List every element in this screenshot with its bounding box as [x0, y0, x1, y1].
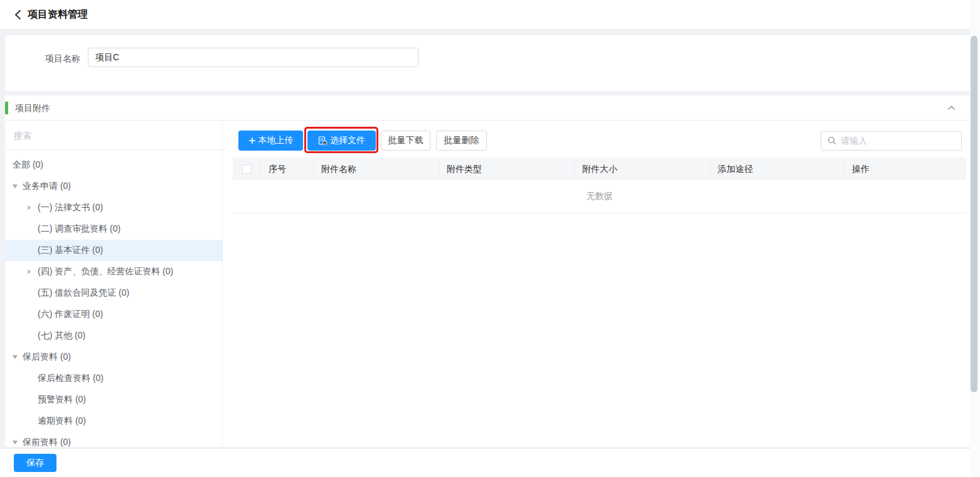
page-scrollbar-thumb[interactable]	[971, 36, 977, 392]
tree-item-label: 保后检查资料 (0)	[38, 373, 104, 384]
save-button[interactable]: 保存	[14, 454, 56, 472]
caret-placeholder	[28, 309, 38, 319]
caret-down-icon[interactable]	[13, 437, 23, 447]
attachments-table: 序号附件名称附件类型附件大小添加途径操作 无数据	[233, 158, 966, 213]
caret-right-icon[interactable]	[28, 267, 38, 277]
tree-search-row	[5, 121, 222, 150]
footer: 保存	[0, 448, 980, 477]
caret-placeholder	[28, 373, 38, 383]
caret-placeholder	[28, 288, 38, 298]
attachments-section-header: 项目附件	[5, 95, 975, 121]
tree-item[interactable]: (一) 法律文书 (0)	[5, 197, 222, 218]
column-header: 添加途径	[710, 162, 844, 176]
tree-item-label: 全部 (0)	[13, 159, 43, 171]
table-header-checkbox-cell	[233, 162, 261, 176]
tree-item[interactable]: (四) 资产、负债、经营佐证资料 (0)	[5, 261, 222, 282]
page-scrollbar-track	[970, 0, 980, 477]
table-header: 序号附件名称附件类型附件大小添加途径操作	[233, 158, 966, 180]
toolbar: 本地上传 选择文件	[223, 131, 975, 151]
caret-placeholder	[28, 416, 38, 426]
tree-item-label: (二) 调查审批资料 (0)	[38, 223, 120, 235]
project-name-label: 项目名称	[18, 53, 80, 65]
tree-item[interactable]: 保前资料 (0)	[5, 432, 222, 447]
tree-item-label: 逾期资料 (0)	[38, 415, 86, 427]
select-file-button[interactable]: 选择文件	[307, 131, 376, 151]
tree-item-label: (七) 其他 (0)	[38, 330, 85, 341]
caret-placeholder	[28, 395, 38, 405]
attachments-card: 项目附件 全部 (0)业务申请 (0)(一) 法律文书 (0)(二) 调查审批资…	[5, 95, 975, 447]
caret-placeholder	[28, 245, 38, 255]
tree-item-label: (五) 借款合同及凭证 (0)	[38, 287, 129, 299]
tree-item-label: 保后资料 (0)	[23, 351, 71, 363]
top-header: 项目资料管理	[0, 0, 980, 29]
chevron-up-icon	[947, 105, 956, 110]
tree-item-label: (四) 资产、负债、经营佐证资料 (0)	[38, 266, 173, 277]
tree-item-label: (六) 作废证明 (0)	[38, 309, 103, 320]
tree: 全部 (0)业务申请 (0)(一) 法律文书 (0)(二) 调查审批资料 (0)…	[5, 154, 222, 447]
caret-right-icon[interactable]	[28, 203, 38, 213]
project-name-card: 项目名称	[5, 35, 975, 91]
tree-item[interactable]: (七) 其他 (0)	[5, 325, 222, 346]
plus-icon	[248, 137, 256, 144]
tree-item-label: 业务申请 (0)	[23, 181, 71, 192]
attachment-search-box	[821, 131, 962, 151]
caret-placeholder	[28, 224, 38, 234]
batch-download-button[interactable]: 批量下载	[381, 131, 430, 151]
collapse-section-button[interactable]	[946, 104, 956, 112]
file-list-check-icon	[318, 136, 328, 146]
column-header: 序号	[261, 162, 314, 176]
caret-down-icon[interactable]	[13, 181, 23, 191]
select-all-checkbox[interactable]	[242, 164, 252, 174]
tree-search-input[interactable]	[5, 121, 222, 149]
project-name-input[interactable]	[88, 48, 418, 67]
search-icon	[828, 136, 836, 145]
tree-item[interactable]: (二) 调查审批资料 (0)	[5, 218, 222, 240]
back-button[interactable]	[11, 7, 24, 22]
tree-item[interactable]: 全部 (0)	[5, 154, 222, 176]
caret-down-icon[interactable]	[13, 352, 23, 362]
section-title: 项目附件	[15, 103, 50, 114]
page-title: 项目资料管理	[28, 8, 88, 21]
tree-item[interactable]: 预警资料 (0)	[5, 389, 222, 410]
empty-state: 无数据	[233, 180, 966, 213]
column-header: 附件大小	[575, 162, 710, 176]
tree-item[interactable]: (五) 借款合同及凭证 (0)	[5, 282, 222, 304]
attachment-search-input[interactable]	[841, 136, 956, 146]
tree-item[interactable]: (三) 基本证件 (0)	[5, 240, 222, 261]
tree-item-label: 预警资料 (0)	[38, 394, 86, 405]
column-header: 附件类型	[439, 162, 575, 176]
tree-item[interactable]: 保后资料 (0)	[5, 346, 222, 368]
tree-item-label: (三) 基本证件 (0)	[38, 245, 103, 256]
batch-delete-button[interactable]: 批量删除	[436, 131, 487, 151]
category-tree-panel: 全部 (0)业务申请 (0)(一) 法律文书 (0)(二) 调查审批资料 (0)…	[5, 121, 223, 447]
tree-item[interactable]: 逾期资料 (0)	[5, 410, 222, 432]
column-header: 操作	[844, 162, 966, 176]
section-marker	[5, 102, 8, 114]
tree-item[interactable]: 业务申请 (0)	[5, 176, 222, 197]
tree-item-label: 保前资料 (0)	[23, 437, 71, 447]
tree-item[interactable]: 保后检查资料 (0)	[5, 368, 222, 389]
chevron-left-icon	[14, 9, 21, 20]
tree-item[interactable]: (六) 作废证明 (0)	[5, 304, 222, 325]
caret-placeholder	[28, 331, 38, 341]
tree-item-label: (一) 法律文书 (0)	[38, 202, 103, 213]
project-material-management-page: 项目资料管理 项目名称 项目附件 全部 (0)业务申请 (0)(一) 法律文书 …	[0, 0, 980, 477]
column-header: 附件名称	[314, 162, 439, 176]
local-upload-button[interactable]: 本地上传	[238, 131, 303, 151]
attachments-content-panel: 本地上传 选择文件	[223, 121, 975, 447]
